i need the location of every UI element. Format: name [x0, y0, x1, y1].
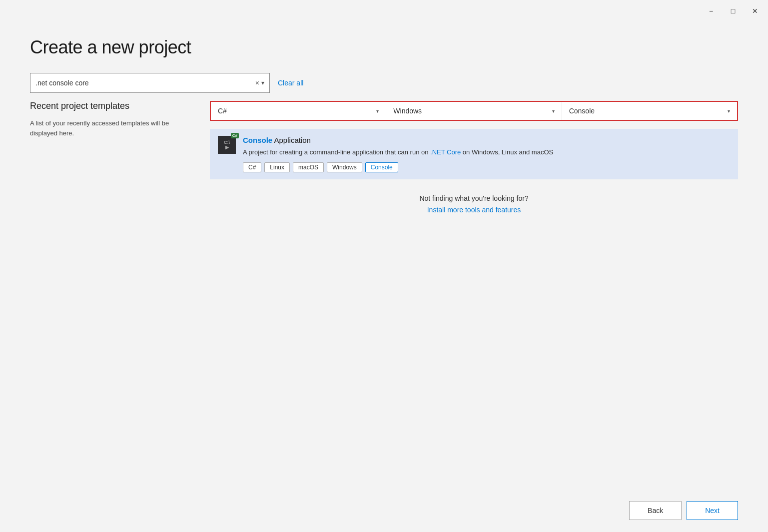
language-filter-arrow: ▾ — [376, 108, 379, 114]
platform-filter-dropdown[interactable]: Windows ▾ — [386, 102, 562, 120]
search-row: × ▾ Clear all — [30, 73, 738, 93]
template-name: Console Application — [243, 136, 730, 144]
sidebar-title: Recent project templates — [30, 101, 190, 111]
sidebar-description: A list of your recently accessed templat… — [30, 118, 190, 138]
language-filter-dropdown[interactable]: C# ▾ — [211, 102, 386, 120]
not-finding-text: Not finding what you're looking for? — [210, 194, 738, 202]
template-name-highlight: Console — [243, 136, 272, 144]
page-title: Create a new project — [30, 37, 738, 58]
search-input[interactable] — [35, 79, 255, 87]
back-button[interactable]: Back — [629, 501, 682, 520]
project-type-filter-dropdown[interactable]: Console ▾ — [562, 102, 737, 120]
filter-row: C# ▾ Windows ▾ Console ▾ — [210, 101, 738, 121]
template-list: C:\ ▶ C# Console Application A project — [210, 129, 738, 179]
content-area: Create a new project × ▾ Clear all Recen… — [0, 22, 768, 493]
project-type-filter-arrow: ▾ — [728, 108, 730, 114]
clear-all-button[interactable]: Clear all — [278, 79, 303, 87]
main-layout: Recent project templates A list of your … — [30, 101, 738, 483]
tag-csharp: C# — [243, 162, 261, 172]
template-description: A project for creating a command-line ap… — [243, 147, 730, 157]
template-item[interactable]: C:\ ▶ C# Console Application A project — [210, 129, 738, 179]
project-type-filter-label: Console — [569, 107, 595, 115]
search-clear-button[interactable]: × — [255, 79, 259, 87]
right-panel: C# ▾ Windows ▾ Console ▾ — [210, 101, 738, 483]
tag-console: Console — [365, 162, 398, 172]
tag-macos: macOS — [293, 162, 324, 172]
bottom-bar: Back Next — [0, 493, 768, 532]
title-bar: − □ ✕ — [0, 0, 768, 22]
template-name-suffix: Application — [272, 136, 311, 144]
template-icon: C:\ ▶ C# — [218, 136, 236, 154]
minimize-button[interactable]: − — [704, 4, 718, 18]
close-button[interactable]: ✕ — [748, 4, 762, 18]
window: − □ ✕ Create a new project × ▾ Clear all… — [0, 0, 768, 532]
tag-linux: Linux — [264, 162, 290, 172]
next-button[interactable]: Next — [687, 501, 738, 520]
platform-filter-arrow: ▾ — [552, 108, 555, 114]
maximize-button[interactable]: □ — [726, 4, 740, 18]
template-info: Console Application A project for creati… — [243, 136, 730, 172]
csharp-badge: C# — [231, 133, 239, 138]
template-tags: C# Linux macOS Windows Console — [243, 162, 730, 172]
not-finding-section: Not finding what you're looking for? Ins… — [210, 194, 738, 214]
search-container: × ▾ — [30, 73, 270, 93]
dotnet-highlight: .NET Core — [430, 148, 461, 156]
search-dropdown-button[interactable]: ▾ — [261, 79, 264, 86]
sidebar: Recent project templates A list of your … — [30, 101, 190, 483]
install-tools-link[interactable]: Install more tools and features — [427, 206, 521, 214]
tag-windows: Windows — [327, 162, 362, 172]
language-filter-label: C# — [218, 107, 227, 115]
platform-filter-label: Windows — [393, 107, 422, 115]
